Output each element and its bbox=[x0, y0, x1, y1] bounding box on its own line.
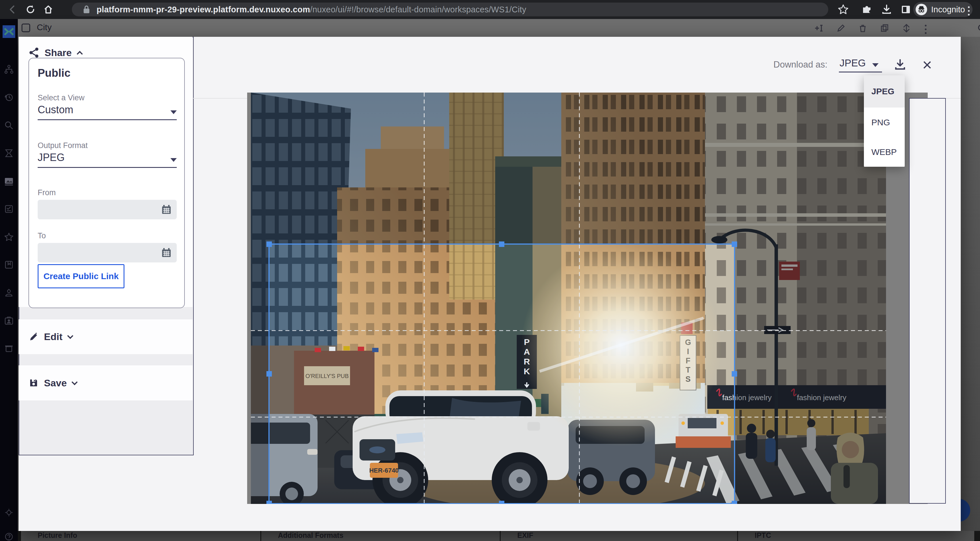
side-panel-icon[interactable] bbox=[900, 3, 912, 17]
sidebar-item-recent-icon[interactable] bbox=[4, 92, 14, 102]
lock-icon bbox=[83, 5, 90, 14]
background-cards-strip: Picture Info Additional Formats EXIF IPT… bbox=[18, 531, 980, 541]
app-sidebar bbox=[0, 19, 18, 541]
select-checkbox[interactable] bbox=[22, 24, 30, 32]
crop-overlay bbox=[251, 92, 886, 504]
chevron-down-icon bbox=[67, 333, 73, 339]
card-iptc: IPTC bbox=[738, 531, 974, 541]
caret-down-icon bbox=[872, 63, 878, 67]
pencil-icon bbox=[29, 332, 38, 342]
background-page-area bbox=[961, 37, 980, 541]
sidebar-item-assets-icon[interactable] bbox=[4, 176, 14, 186]
menu-item-webp[interactable]: WEBP bbox=[864, 137, 905, 167]
sidebar-item-tasks-icon[interactable] bbox=[4, 148, 14, 158]
url-bar[interactable]: platform-nmm-pr-29-preview.platform.dev.… bbox=[72, 3, 828, 16]
nuxeo-logo[interactable] bbox=[3, 25, 15, 38]
chevron-up-icon bbox=[76, 51, 83, 57]
extensions-icon[interactable] bbox=[861, 3, 873, 17]
output-format-dropdown[interactable]: JPEG bbox=[38, 151, 177, 168]
actions-panel: Share Public Select a View Custom Output… bbox=[19, 37, 194, 455]
home-icon[interactable] bbox=[42, 3, 55, 16]
calendar-icon[interactable] bbox=[161, 204, 172, 215]
incognito-label: Incognito bbox=[931, 5, 965, 14]
incognito-badge: Incognito bbox=[913, 2, 972, 17]
search-icon[interactable] bbox=[977, 23, 980, 34]
public-card-title: Public bbox=[38, 67, 70, 80]
browser-menu-icon[interactable] bbox=[968, 6, 970, 16]
sidebar-item-favorites-icon[interactable] bbox=[4, 232, 14, 242]
crop-handle-e[interactable] bbox=[732, 371, 737, 377]
photo-city-street: fashion jewelry fashion jewelry GIFTS bbox=[251, 92, 886, 504]
chevron-down-icon bbox=[72, 379, 78, 385]
from-date-input[interactable] bbox=[38, 200, 177, 220]
share-section: Share Public Select a View Custom Output… bbox=[19, 37, 192, 307]
caret-down-icon bbox=[170, 110, 177, 114]
calendar-icon[interactable] bbox=[161, 247, 172, 258]
screen: platform-nmm-pr-29-preview.platform.dev.… bbox=[0, 0, 980, 541]
output-format-label: Output Format bbox=[38, 141, 88, 150]
more-actions-icon[interactable] bbox=[925, 25, 926, 34]
download-format-select[interactable]: JPEG bbox=[839, 57, 882, 72]
breadcrumb: City bbox=[37, 22, 52, 32]
crop-handle-sw[interactable] bbox=[266, 501, 272, 504]
incognito-icon bbox=[916, 4, 927, 15]
move-action-icon[interactable] bbox=[901, 23, 912, 33]
download-button[interactable] bbox=[894, 58, 907, 71]
preview-dialog: City Download as: JPEG × Share bbox=[19, 37, 961, 531]
menu-item-jpeg[interactable]: JPEG bbox=[864, 75, 905, 108]
sidebar-item-collections-icon[interactable] bbox=[4, 260, 14, 270]
to-date-input[interactable] bbox=[38, 243, 177, 263]
sidebar-item-profile-icon[interactable] bbox=[4, 288, 14, 298]
save-section-header[interactable]: Save bbox=[19, 365, 192, 401]
to-label: To bbox=[38, 231, 46, 240]
crop-handle-w[interactable] bbox=[266, 371, 272, 377]
viewer-side-panel bbox=[909, 98, 946, 504]
share-icon bbox=[29, 47, 39, 58]
download-controls: Download as: JPEG × bbox=[773, 55, 932, 75]
select-view-label: Select a View bbox=[38, 94, 84, 102]
sidebar-item-trash-icon[interactable] bbox=[4, 344, 14, 353]
copy-action-icon[interactable] bbox=[880, 23, 890, 33]
crop-handle-n[interactable] bbox=[499, 242, 504, 247]
sidebar-item-workflow-icon[interactable] bbox=[4, 204, 14, 214]
edit-section-header[interactable]: Edit bbox=[19, 319, 192, 354]
crop-handle-nw[interactable] bbox=[266, 242, 272, 247]
browser-toolbar: platform-nmm-pr-29-preview.platform.dev.… bbox=[0, 0, 980, 19]
from-label: From bbox=[38, 188, 56, 197]
caret-down-icon bbox=[170, 158, 177, 162]
url-text: platform-nmm-pr-29-preview.platform.dev.… bbox=[97, 5, 526, 14]
sidebar-item-search-icon[interactable] bbox=[4, 121, 14, 130]
bookmark-star-icon[interactable] bbox=[837, 3, 850, 17]
background-toolbar: City bbox=[18, 19, 980, 37]
save-icon bbox=[29, 378, 38, 388]
reload-icon[interactable] bbox=[24, 3, 37, 16]
delete-action-icon[interactable] bbox=[858, 23, 868, 33]
share-label: Share bbox=[45, 47, 72, 58]
edit-action-icon[interactable] bbox=[836, 23, 846, 33]
close-icon[interactable]: × bbox=[922, 59, 932, 70]
sidebar-item-browse[interactable] bbox=[4, 64, 14, 74]
sidebar-item-help-icon[interactable] bbox=[4, 532, 14, 541]
crop-handle-se[interactable] bbox=[732, 501, 737, 504]
crop-handle-ne[interactable] bbox=[732, 242, 737, 247]
card-picture-info: Picture Info bbox=[21, 531, 260, 541]
create-public-link-button[interactable]: Create Public Link bbox=[38, 264, 124, 288]
crop-handle-s[interactable] bbox=[499, 501, 504, 504]
download-format-menu: JPEG PNG WEBP bbox=[864, 75, 905, 167]
card-additional-formats: Additional Formats bbox=[261, 531, 500, 541]
sidebar-item-admin-icon[interactable] bbox=[4, 508, 14, 517]
card-exif: EXIF bbox=[501, 531, 737, 541]
public-share-card: Public Select a View Custom Output Forma… bbox=[29, 58, 185, 308]
downloads-icon[interactable] bbox=[881, 3, 892, 17]
download-as-label: Download as: bbox=[773, 59, 827, 70]
save-label: Save bbox=[44, 377, 67, 389]
select-view-dropdown[interactable]: Custom bbox=[38, 104, 177, 120]
add-to-collection-icon[interactable] bbox=[813, 23, 824, 33]
crop-selection-area[interactable] bbox=[269, 244, 735, 504]
menu-item-png[interactable]: PNG bbox=[864, 108, 905, 137]
back-icon[interactable] bbox=[6, 3, 19, 16]
edit-label: Edit bbox=[44, 331, 62, 342]
sidebar-item-users-icon[interactable] bbox=[4, 316, 14, 325]
